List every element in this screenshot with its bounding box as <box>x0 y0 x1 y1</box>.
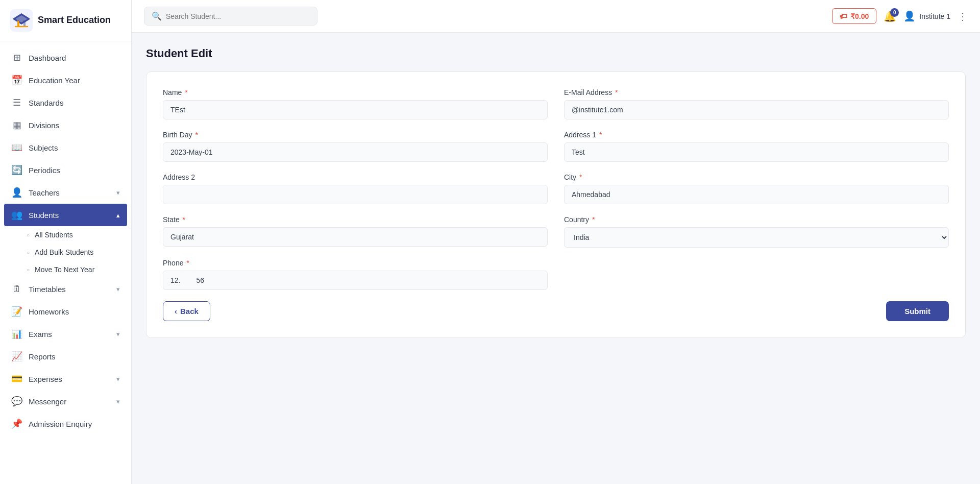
sidebar-sub-item-all-students[interactable]: ○ All Students <box>0 226 131 244</box>
sidebar-item-divisions[interactable]: ▦ Divisions <box>0 114 131 136</box>
student-edit-form-card: Name * E-Mail Address * Birth Day * <box>146 71 966 338</box>
sub-item-label: Move To Next Year <box>35 265 94 274</box>
form-row-4: State * Country * India United States Un… <box>163 215 949 248</box>
phone-input[interactable] <box>163 271 548 290</box>
back-button[interactable]: ‹ Back <box>163 301 210 321</box>
birthday-required: * <box>193 131 198 139</box>
chevron-down-icon: ▾ <box>116 330 120 338</box>
birthday-label: Birth Day * <box>163 131 548 139</box>
back-arrow-icon: ‹ <box>175 307 177 316</box>
wallet-button[interactable]: 🏷 ₹0.00 <box>832 8 876 24</box>
address1-required: * <box>597 131 602 139</box>
sidebar: Smart Education ⊞ Dashboard 📅 Education … <box>0 0 132 484</box>
name-input[interactable] <box>163 100 548 119</box>
sidebar-item-exams[interactable]: 📊 Exams ▾ <box>0 323 131 345</box>
sidebar-item-expenses[interactable]: 💳 Expenses ▾ <box>0 368 131 390</box>
chevron-up-icon: ▴ <box>116 211 120 219</box>
homeworks-icon: 📝 <box>11 306 22 317</box>
expenses-icon: 💳 <box>11 373 22 384</box>
country-select[interactable]: India United States United Kingdom <box>564 227 949 248</box>
sidebar-item-reports[interactable]: 📈 Reports <box>0 345 131 368</box>
sidebar-item-label: Students <box>29 211 59 220</box>
search-icon: 🔍 <box>152 11 162 21</box>
more-options-button[interactable]: ⋮ <box>958 10 968 22</box>
chevron-down-icon: ▾ <box>116 375 120 383</box>
dashboard-icon: ⊞ <box>11 52 22 63</box>
back-label: Back <box>180 307 199 316</box>
timetables-icon: 🗓 <box>11 284 22 295</box>
chevron-down-icon: ▾ <box>116 189 120 197</box>
exams-icon: 📊 <box>11 328 22 340</box>
sidebar-item-admission-enquiry[interactable]: 📌 Admission Enquiry <box>0 413 131 435</box>
sidebar-item-teachers[interactable]: 👤 Teachers ▾ <box>0 181 131 204</box>
city-required: * <box>577 173 582 181</box>
user-menu[interactable]: 👤 Institute 1 <box>903 10 950 22</box>
form-row-2: Birth Day * Address 1 * <box>163 131 949 162</box>
sidebar-sub-item-add-bulk-students[interactable]: ○ Add Bulk Students <box>0 244 131 261</box>
email-required: * <box>613 88 618 96</box>
sidebar-item-label: Periodics <box>29 166 60 175</box>
sidebar-item-label: Exams <box>29 330 52 338</box>
sub-dot-icon: ○ <box>27 232 30 238</box>
state-group: State * <box>163 215 548 248</box>
sub-dot-icon: ○ <box>27 250 30 255</box>
user-name: Institute 1 <box>919 12 950 20</box>
address1-label: Address 1 * <box>564 131 949 139</box>
divisions-icon: ▦ <box>11 119 22 131</box>
state-required: * <box>181 215 185 224</box>
sidebar-sub-item-move-to-next-year[interactable]: ○ Move To Next Year <box>0 261 131 278</box>
email-input[interactable] <box>564 100 949 119</box>
wallet-amount: ₹0.00 <box>850 12 869 20</box>
main-area: 🔍 🏷 ₹0.00 🔔 0 👤 Institute 1 ⋮ Student Ed… <box>132 0 980 484</box>
subjects-icon: 📖 <box>11 142 22 153</box>
search-box[interactable]: 🔍 <box>144 7 317 26</box>
sidebar-item-label: Expenses <box>29 375 62 383</box>
sidebar-item-dashboard[interactable]: ⊞ Dashboard <box>0 46 131 69</box>
country-required: * <box>590 215 595 224</box>
state-input[interactable] <box>163 227 548 247</box>
phone-label: Phone * <box>163 259 548 267</box>
education-year-icon: 📅 <box>11 75 22 86</box>
submit-button[interactable]: Submit <box>886 301 949 321</box>
address2-label: Address 2 <box>163 173 548 181</box>
address2-group: Address 2 <box>163 173 548 204</box>
students-sub-menu: ○ All Students ○ Add Bulk Students ○ Mov… <box>0 226 131 278</box>
sidebar-item-label: Admission Enquiry <box>29 420 92 428</box>
sub-dot-icon: ○ <box>27 267 30 273</box>
sidebar-item-standards[interactable]: ☰ Standards <box>0 91 131 114</box>
sidebar-item-homeworks[interactable]: 📝 Homeworks <box>0 300 131 323</box>
teachers-icon: 👤 <box>11 187 22 198</box>
notification-button[interactable]: 🔔 0 <box>884 10 896 22</box>
phone-required: * <box>184 259 189 267</box>
sub-item-label: All Students <box>35 231 73 239</box>
main-content: Student Edit Name * E-Mail Address * <box>132 33 980 484</box>
form-row-5: Phone * <box>163 259 949 290</box>
notification-badge: 0 <box>890 8 899 17</box>
sidebar-item-education-year[interactable]: 📅 Education Year <box>0 69 131 91</box>
sidebar-item-label: Subjects <box>29 143 58 152</box>
sidebar-item-timetables[interactable]: 🗓 Timetables ▾ <box>0 278 131 300</box>
city-input[interactable] <box>564 185 949 204</box>
sub-item-label: Add Bulk Students <box>35 248 93 256</box>
country-group: Country * India United States United Kin… <box>564 215 949 248</box>
sidebar-item-messenger[interactable]: 💬 Messenger ▾ <box>0 390 131 413</box>
sidebar-item-subjects[interactable]: 📖 Subjects <box>0 136 131 159</box>
phone-group: Phone * <box>163 259 548 290</box>
address1-input[interactable] <box>564 142 949 162</box>
messenger-icon: 💬 <box>11 396 22 407</box>
topbar-right: 🏷 ₹0.00 🔔 0 👤 Institute 1 ⋮ <box>832 8 968 24</box>
country-label: Country * <box>564 215 949 224</box>
email-group: E-Mail Address * <box>564 88 949 119</box>
sidebar-item-periodics[interactable]: 🔄 Periodics <box>0 159 131 181</box>
sidebar-item-label: Reports <box>29 352 56 361</box>
sidebar-item-label: Teachers <box>29 188 60 197</box>
app-logo-icon <box>10 9 33 32</box>
sidebar-navigation: ⊞ Dashboard 📅 Education Year ☰ Standards… <box>0 41 131 484</box>
sidebar-item-students[interactable]: 👥 Students ▴ <box>4 204 127 226</box>
students-icon: 👥 <box>11 209 22 221</box>
birthday-input[interactable] <box>163 142 548 162</box>
periodics-icon: 🔄 <box>11 164 22 176</box>
standards-icon: ☰ <box>11 97 22 108</box>
search-input[interactable] <box>166 12 310 20</box>
address2-input[interactable] <box>163 185 548 204</box>
